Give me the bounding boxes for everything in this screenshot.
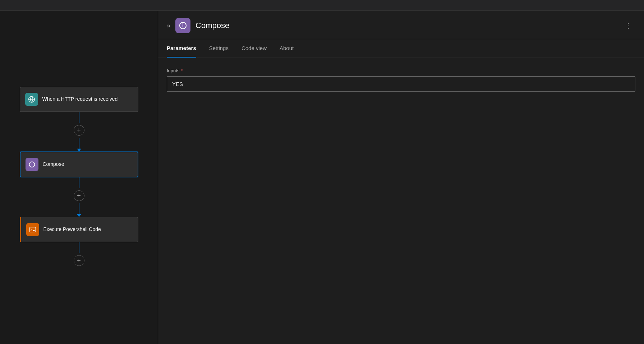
node-compose-label: Compose: [43, 161, 64, 168]
connector-1: +: [74, 112, 84, 151]
more-options-button[interactable]: ⋮: [622, 20, 635, 31]
tab-parameters[interactable]: Parameters: [167, 39, 196, 58]
workflow: When a HTTP request is received + Compos…: [20, 80, 138, 275]
panel-body: Inputs *: [158, 58, 644, 344]
required-star: *: [181, 68, 183, 73]
main-content: When a HTTP request is received + Compos…: [0, 11, 644, 344]
svg-rect-2: [29, 227, 36, 232]
connector-arrow-2: [77, 214, 81, 217]
connector-line-3: [79, 242, 79, 253]
top-bar: [0, 0, 644, 11]
node-http-trigger[interactable]: When a HTTP request is received: [20, 87, 138, 112]
tabs: Parameters Settings Code view About: [158, 39, 644, 58]
inputs-label: Inputs *: [167, 68, 635, 73]
tab-settings[interactable]: Settings: [209, 39, 229, 58]
inputs-field[interactable]: [167, 76, 635, 92]
tab-about[interactable]: About: [280, 39, 294, 58]
powershell-icon: [26, 223, 39, 236]
detail-panel: » Compose ⋮ Parameters Settings Code vie…: [158, 11, 644, 344]
add-button-2[interactable]: +: [74, 190, 84, 201]
connector-2: +: [74, 177, 84, 217]
add-button-1[interactable]: +: [74, 125, 84, 136]
panel-header: » Compose ⋮: [158, 11, 644, 39]
panel-title: Compose: [196, 21, 622, 30]
compose-icon: [26, 158, 38, 171]
http-icon: [25, 93, 38, 106]
connector-line-1b: [79, 138, 79, 149]
node-powershell-label: Execute Powershell Code: [43, 226, 101, 233]
node-http-trigger-label: When a HTTP request is received: [42, 96, 118, 103]
connector-3: +: [74, 242, 84, 268]
canvas-panel: When a HTTP request is received + Compos…: [0, 11, 158, 344]
connector-line-2: [79, 177, 79, 188]
add-button-3[interactable]: +: [74, 255, 84, 266]
tab-code-view[interactable]: Code view: [242, 39, 267, 58]
expand-button[interactable]: »: [167, 22, 170, 30]
connector-arrow-1: [77, 149, 81, 151]
connector-line-1: [79, 112, 79, 123]
panel-compose-icon: [175, 18, 190, 33]
node-powershell[interactable]: Execute Powershell Code: [20, 217, 138, 242]
node-compose[interactable]: Compose: [20, 151, 138, 177]
connector-line-2b: [79, 203, 79, 214]
